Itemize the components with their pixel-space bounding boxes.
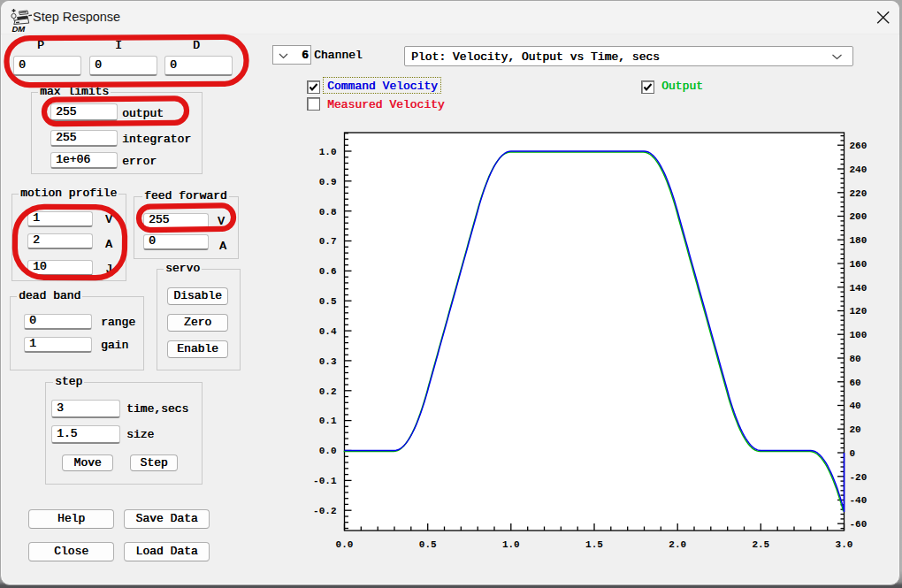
- svg-text:160: 160: [850, 259, 868, 270]
- svg-text:0: 0: [850, 448, 856, 459]
- svg-text:0.1: 0.1: [319, 416, 337, 426]
- svg-text:2.0: 2.0: [669, 539, 686, 550]
- svg-text:3.0: 3.0: [836, 539, 853, 550]
- svg-text:0.5: 0.5: [419, 539, 437, 550]
- svg-text:1.0: 1.0: [319, 147, 337, 157]
- svg-text:-0.1: -0.1: [313, 476, 337, 486]
- svg-text:0.9: 0.9: [319, 177, 337, 187]
- svg-text:0.2: 0.2: [319, 386, 337, 397]
- svg-text:100: 100: [850, 330, 868, 340]
- svg-text:0.7: 0.7: [319, 236, 337, 247]
- svg-text:180: 180: [850, 235, 868, 246]
- svg-text:40: 40: [850, 401, 861, 411]
- svg-text:-60: -60: [850, 519, 868, 530]
- svg-text:200: 200: [850, 211, 868, 222]
- svg-text:1.5: 1.5: [585, 539, 603, 550]
- svg-text:0.0: 0.0: [319, 446, 337, 456]
- svg-text:1.0: 1.0: [502, 539, 520, 550]
- svg-text:0.6: 0.6: [319, 266, 337, 277]
- svg-text:260: 260: [850, 141, 868, 151]
- svg-text:-20: -20: [850, 472, 868, 483]
- svg-text:140: 140: [850, 283, 868, 294]
- svg-text:120: 120: [850, 306, 868, 317]
- svg-text:-0.2: -0.2: [313, 506, 336, 516]
- svg-text:-40: -40: [850, 495, 868, 506]
- svg-text:0.0: 0.0: [336, 539, 354, 550]
- svg-text:0.8: 0.8: [319, 207, 337, 218]
- svg-text:240: 240: [850, 164, 868, 175]
- svg-text:80: 80: [850, 354, 861, 364]
- svg-text:0.3: 0.3: [319, 356, 337, 367]
- svg-text:2.5: 2.5: [752, 539, 769, 550]
- svg-text:0.5: 0.5: [319, 296, 337, 307]
- svg-text:0.4: 0.4: [319, 326, 337, 337]
- svg-text:60: 60: [850, 378, 861, 388]
- svg-text:20: 20: [850, 424, 861, 435]
- svg-text:220: 220: [850, 188, 868, 199]
